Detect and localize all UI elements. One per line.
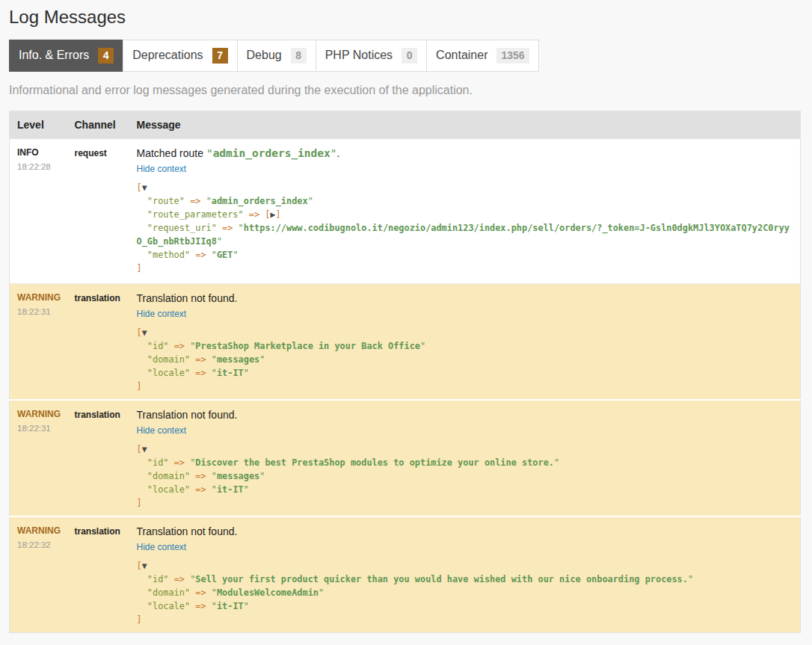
hide-context-link[interactable]: Hide context — [137, 425, 187, 436]
dump-key: "domain" — [147, 587, 190, 598]
bracket: [ — [137, 327, 142, 338]
table-header-row: Level Channel Message — [10, 111, 801, 140]
bracket: [ — [137, 444, 142, 454]
column-header-message: Message — [129, 111, 801, 140]
dump-arrow: => — [195, 484, 206, 495]
quote: " — [212, 484, 217, 495]
quote: " — [233, 250, 238, 260]
dump-arrow: => — [174, 457, 185, 468]
bracket: [ — [137, 182, 142, 193]
dump-key: "request_uri" — [147, 223, 217, 233]
log-message: Translation not found. — [137, 291, 793, 306]
level-cell: INFO 18:22:28 — [10, 139, 67, 284]
dump-arrow: => — [174, 341, 185, 351]
collapse-toggle-icon[interactable]: ▼ — [142, 561, 147, 571]
quote: " — [554, 457, 559, 468]
log-level: WARNING — [17, 407, 60, 422]
log-row: INFO 18:22:28 request Matched route "adm… — [10, 139, 801, 284]
quote: " — [308, 196, 313, 206]
tab-debug[interactable]: Debug8 — [237, 40, 316, 72]
quote: " — [212, 471, 217, 481]
dump-value: Sell your first product quicker than you… — [195, 574, 688, 584]
log-table: Level Channel Message INFO 18:22:28 requ… — [9, 111, 801, 633]
quote: " — [217, 236, 222, 247]
hide-context-link[interactable]: Hide context — [137, 164, 187, 174]
quote: " — [212, 368, 217, 378]
channel-cell: translation — [67, 400, 129, 516]
bracket: ] — [275, 209, 280, 220]
message-cell: Matched route "admin_orders_index". Hide… — [129, 139, 801, 284]
dump-arrow: => — [195, 250, 206, 260]
log-message: Translation not found. — [137, 407, 793, 423]
dump-arrow: => — [249, 209, 259, 220]
log-message: Translation not found. — [137, 524, 793, 540]
hide-context-link[interactable]: Hide context — [137, 542, 187, 552]
hide-context-link[interactable]: Hide context — [137, 309, 187, 319]
indent — [137, 368, 147, 378]
tab-label: Deprecations — [132, 49, 203, 61]
dump-key: "method" — [147, 250, 190, 260]
log-channel: translation — [75, 526, 120, 537]
tab-badge-count: 0 — [402, 48, 417, 64]
collapse-toggle-icon[interactable]: ▼ — [142, 327, 147, 338]
context-dump: [▼ "id" => "PrestaShop Marketplace in yo… — [137, 326, 793, 393]
indent — [137, 587, 147, 598]
quote: " — [259, 471, 265, 481]
tab-label: PHP Notices — [325, 49, 393, 61]
log-row: WARNING 18:22:31 translation Translation… — [10, 400, 801, 516]
dump-key: "id" — [147, 341, 169, 351]
tab-deprecations[interactable]: Deprecations7 — [123, 40, 237, 72]
dump-value: it-IT — [217, 368, 244, 378]
dump-key: "route_parameters" — [147, 209, 244, 220]
tab-info-errors[interactable]: Info. & Errors4 — [9, 40, 123, 72]
quote: " — [319, 587, 324, 598]
context-toggle-line: Hide context — [137, 161, 793, 177]
bracket: ] — [137, 614, 142, 625]
quote: " — [244, 368, 249, 378]
tab-container[interactable]: Container1356 — [426, 40, 539, 72]
panel-description: Informational and error log messages gen… — [9, 82, 802, 98]
indent — [137, 457, 147, 468]
indent — [137, 209, 147, 220]
dump-arrow: => — [195, 471, 206, 481]
level-cell: WARNING 18:22:31 — [10, 284, 67, 401]
log-level: INFO — [17, 146, 60, 160]
quote: " — [259, 354, 265, 365]
dump-value: admin_orders_index — [212, 196, 308, 206]
dump-arrow: => — [195, 601, 206, 611]
log-panel: Log Messages Info. & Errors4 Deprecation… — [0, 0, 812, 633]
dump-value: GET — [217, 250, 233, 260]
quote: " — [330, 147, 337, 159]
quote: " — [206, 147, 213, 159]
dump-value: Discover the best PrestaShop modules to … — [195, 457, 554, 468]
collapse-toggle-icon[interactable]: ▼ — [142, 182, 147, 193]
dump-arrow: => — [174, 574, 185, 584]
message-text: . — [337, 147, 340, 159]
indent — [137, 223, 147, 233]
dump-arrow: => — [222, 223, 233, 233]
tab-badge-count: 8 — [291, 48, 307, 64]
quote: " — [688, 574, 693, 584]
dump-arrow: => — [190, 196, 200, 206]
quote: " — [239, 223, 244, 233]
log-timestamp: 18:22:32 — [17, 538, 60, 552]
tab-badge-count: 4 — [98, 48, 114, 64]
indent — [137, 471, 147, 481]
quote: " — [212, 601, 217, 611]
context-toggle-line: Hide context — [137, 306, 793, 322]
context-dump: [▼ "route" => "admin_orders_index" "rout… — [137, 181, 793, 275]
log-channel: translation — [75, 410, 120, 420]
tab-php-notices[interactable]: PHP Notices0 — [316, 40, 427, 72]
indent — [137, 341, 147, 351]
message-cell: Translation not found. Hide context [▼ "… — [129, 284, 801, 401]
indent — [137, 601, 147, 611]
dump-arrow: => — [195, 354, 206, 365]
column-header-channel: Channel — [67, 111, 129, 140]
bracket: ] — [137, 498, 142, 508]
quote: " — [420, 341, 425, 351]
channel-cell: translation — [67, 516, 129, 633]
log-timestamp: 18:22:31 — [17, 305, 60, 318]
log-timestamp: 18:22:31 — [17, 422, 60, 435]
collapse-toggle-icon[interactable]: ▼ — [142, 444, 147, 454]
tab-label: Debug — [247, 49, 282, 61]
